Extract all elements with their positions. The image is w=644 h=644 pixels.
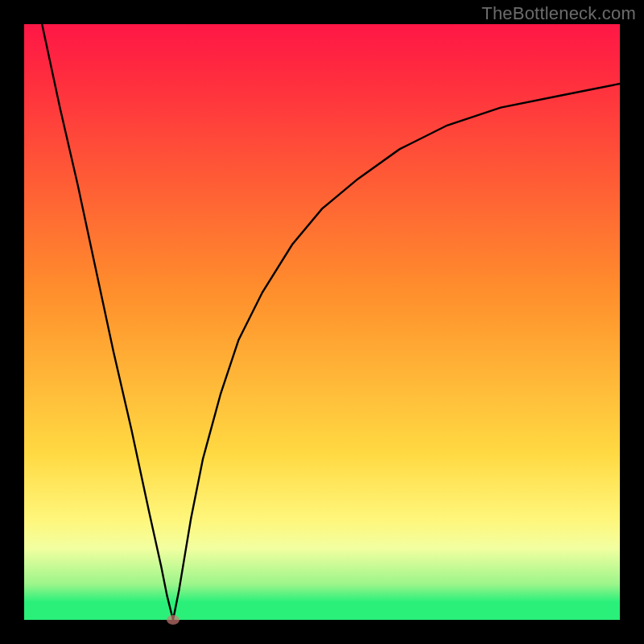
plot-gradient-area [24,24,620,620]
chart-frame: TheBottleneck.com [0,0,644,644]
watermark-text: TheBottleneck.com [481,3,636,24]
